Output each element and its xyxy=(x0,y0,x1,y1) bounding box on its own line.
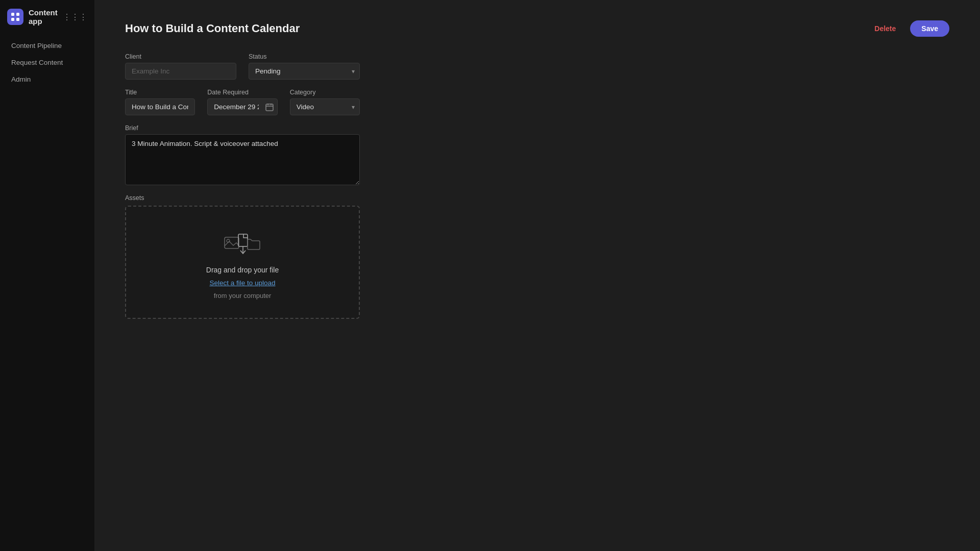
header-actions: Delete Save xyxy=(869,20,949,37)
title-label: Title xyxy=(125,89,195,96)
svg-rect-3 xyxy=(16,18,19,21)
title-input[interactable] xyxy=(125,98,195,115)
dropzone[interactable]: Drag and drop your file Select a file to… xyxy=(125,206,360,319)
client-input[interactable] xyxy=(125,63,236,80)
sidebar-item-content-pipeline[interactable]: Content Pipeline xyxy=(3,38,91,54)
form-container: Client Status Pending In Progress Comple… xyxy=(125,53,360,319)
page-header: How to Build a Content Calendar Delete S… xyxy=(125,20,949,37)
category-select[interactable]: Video Blog Social Infographic xyxy=(290,98,360,115)
client-group: Client xyxy=(125,53,236,80)
sidebar-item-request-content[interactable]: Request Content xyxy=(3,55,91,70)
date-label: Date Required xyxy=(207,89,277,96)
brief-label: Brief xyxy=(125,124,360,132)
assets-group: Assets xyxy=(125,194,360,319)
status-label: Status xyxy=(249,53,360,60)
sidebar-header: Content app ⋮⋮⋮ xyxy=(0,0,94,34)
brief-textarea[interactable] xyxy=(125,134,360,185)
dropzone-text: Drag and drop your file xyxy=(206,266,279,274)
sidebar-nav: Content Pipeline Request Content Admin xyxy=(0,34,94,91)
assets-label: Assets xyxy=(125,194,360,202)
category-select-wrapper: Video Blog Social Infographic xyxy=(290,98,360,115)
svg-rect-1 xyxy=(16,13,19,16)
date-wrapper xyxy=(207,98,277,115)
grid-icon[interactable]: ⋮⋮⋮ xyxy=(63,12,87,22)
status-group: Status Pending In Progress Complete xyxy=(249,53,360,80)
main-content: How to Build a Content Calendar Delete S… xyxy=(94,0,980,551)
sidebar-item-admin[interactable]: Admin xyxy=(3,71,91,87)
dropzone-sub-text: from your computer xyxy=(214,292,272,299)
title-date-category-row: Title Date Required xyxy=(125,89,360,115)
app-title: Content app xyxy=(29,8,58,26)
upload-icon-group xyxy=(224,231,261,261)
client-label: Client xyxy=(125,53,236,60)
status-select[interactable]: Pending In Progress Complete xyxy=(249,63,360,80)
delete-button[interactable]: Delete xyxy=(869,21,901,36)
svg-rect-4 xyxy=(266,104,273,111)
category-group: Category Video Blog Social Infographic xyxy=(290,89,360,115)
category-label: Category xyxy=(290,89,360,96)
client-status-row: Client Status Pending In Progress Comple… xyxy=(125,53,360,80)
svg-rect-10 xyxy=(238,234,248,246)
calendar-icon-button[interactable] xyxy=(265,103,274,111)
page-title: How to Build a Content Calendar xyxy=(125,22,300,35)
dropzone-select-link[interactable]: Select a file to upload xyxy=(209,279,275,287)
svg-rect-2 xyxy=(11,18,14,21)
brief-group: Brief xyxy=(125,124,360,185)
date-group: Date Required xyxy=(207,89,277,115)
svg-rect-0 xyxy=(11,13,14,16)
sidebar: Content app ⋮⋮⋮ Content Pipeline Request… xyxy=(0,0,94,551)
status-select-wrapper: Pending In Progress Complete xyxy=(249,63,360,80)
app-logo xyxy=(7,9,23,25)
title-group: Title xyxy=(125,89,195,115)
save-button[interactable]: Save xyxy=(910,20,949,37)
